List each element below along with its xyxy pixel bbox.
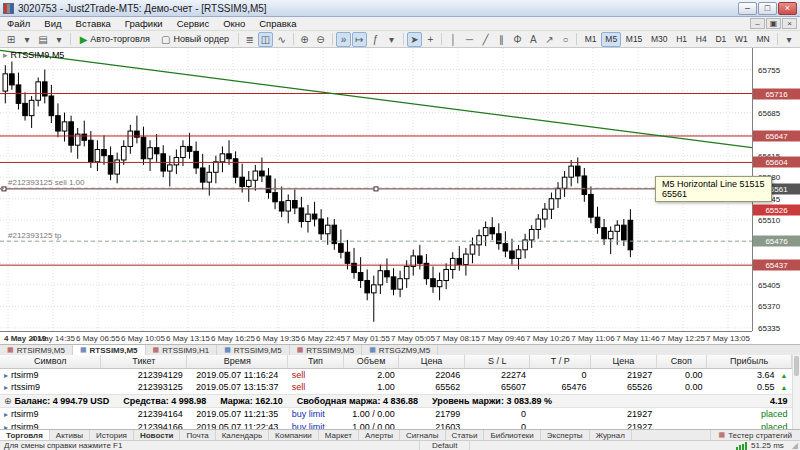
- autotrading-button[interactable]: ▶Авто-торговля: [74, 32, 154, 47]
- mdi-minimize-button[interactable]: –: [750, 18, 765, 29]
- line-chart-button[interactable]: ∿: [274, 32, 289, 47]
- timeframe-m5-button[interactable]: M5: [601, 32, 621, 47]
- bars-chart-button[interactable]: ≣: [242, 32, 257, 47]
- column-header[interactable]: T / P: [530, 355, 591, 368]
- mdi-restore-button[interactable]: ▣: [766, 18, 781, 29]
- chart-tab[interactable]: ▦RTSIRM9,M5: [0, 345, 73, 355]
- order-status: placed: [761, 409, 788, 419]
- new-chart-dropdown[interactable]: ▾: [20, 32, 35, 47]
- column-header[interactable]: Прибыль: [707, 355, 792, 368]
- column-header[interactable]: S / L: [464, 355, 530, 368]
- terminal-tab[interactable]: Активы: [50, 430, 90, 440]
- timeframe-m15-button[interactable]: M15: [622, 32, 646, 47]
- order-row[interactable]: ▸rtsirm92123941642019.05.07 11:21:35buy …: [0, 407, 792, 420]
- minimize-button[interactable]: –: [738, 2, 757, 15]
- position-row[interactable]: ▸rtssim92123931252019.05.07 13:15:37sell…: [0, 381, 792, 394]
- terminal-tab[interactable]: Компании: [269, 430, 319, 440]
- terminal-tab[interactable]: Алерты: [359, 430, 400, 440]
- terminal-tab[interactable]: Маркет: [319, 430, 359, 440]
- terminal-tab[interactable]: Торговля: [0, 430, 50, 440]
- candles-chart-button[interactable]: ◫: [258, 32, 273, 47]
- column-header[interactable]: Тикет: [101, 355, 187, 368]
- terminal-tab[interactable]: Сигналы: [400, 430, 445, 440]
- profiles-dropdown[interactable]: ▾: [52, 32, 67, 47]
- chart-tab[interactable]: ▦RTSSIM9,M5: [290, 345, 363, 355]
- chart-tab[interactable]: ▦RTSSIM9,M5: [73, 345, 146, 355]
- balance-row[interactable]: ⊕Баланс: 4 994.79 USDСредства: 4 998.98М…: [0, 394, 792, 407]
- position-row[interactable]: ▸rtsirm92123941292019.05.07 11:16:24sell…: [0, 368, 792, 381]
- terminal-tab[interactable]: Библиотеки: [484, 430, 540, 440]
- timeframe-m30-button[interactable]: M30: [647, 32, 671, 47]
- timeframe-m1-button[interactable]: M1: [581, 32, 601, 47]
- horizontal-line-button[interactable]: ─: [462, 32, 477, 47]
- terminal-tab[interactable]: Календарь: [216, 430, 269, 440]
- terminal-tab[interactable]: Журнал: [590, 430, 632, 440]
- time-tick: 4 May 14:35: [31, 334, 75, 343]
- column-header[interactable]: Тип: [288, 355, 344, 368]
- terminal-tab[interactable]: Почта: [180, 430, 215, 440]
- mdi-window-controls: –▣×: [750, 18, 800, 29]
- timeframe-mn-button[interactable]: MN: [753, 32, 774, 47]
- menu-item[interactable]: Окно: [216, 18, 252, 29]
- timeframe-d1-button[interactable]: D1: [712, 32, 731, 47]
- menu-item[interactable]: Вид: [37, 18, 68, 29]
- timeframe-w1-button[interactable]: W1: [731, 32, 751, 47]
- channel-button[interactable]: ∥: [494, 32, 509, 47]
- candlestick-plot[interactable]: #212393125 sell 1.00#212393125 tp: [0, 48, 752, 331]
- shapes-button[interactable]: ○: [558, 32, 573, 47]
- chart-tab[interactable]: ▦RTSSIM9,M5: [217, 345, 290, 355]
- zoom-in-button[interactable]: ⊕: [297, 32, 312, 47]
- vertical-line-button[interactable]: │: [446, 32, 461, 47]
- profiles-button[interactable]: ▤: [36, 32, 51, 47]
- column-header[interactable]: Объем: [343, 355, 399, 368]
- chart-shift-button[interactable]: ↦: [352, 32, 367, 47]
- timeframe-h1-button[interactable]: H1: [672, 32, 691, 47]
- terminal-tab[interactable]: Статьи: [446, 430, 485, 440]
- mdi-close-button[interactable]: ×: [782, 18, 797, 29]
- more-dropdown[interactable]: ▾: [781, 32, 796, 47]
- maximize-button[interactable]: □: [758, 2, 777, 15]
- time-cell: 2019.05.07 11:22:43: [187, 420, 288, 429]
- terminal-tab[interactable]: История: [90, 430, 134, 440]
- text-button[interactable]: A: [526, 32, 541, 47]
- trendline-button[interactable]: ╱: [478, 32, 493, 47]
- column-header[interactable]: Своп: [656, 355, 706, 368]
- timeframe-h4-button[interactable]: H4: [692, 32, 711, 47]
- line-chart-icon: ∿: [277, 34, 285, 45]
- fibonacci-button[interactable]: Φ: [510, 32, 525, 47]
- scrollbar-thumb[interactable]: [794, 356, 799, 376]
- chart-tab[interactable]: ▦RTSSIM9,H1: [146, 345, 218, 355]
- menu-item[interactable]: Файл: [0, 18, 37, 29]
- column-header[interactable]: Время: [187, 355, 288, 368]
- time-axis[interactable]: 4 May 20194 May 14:356 May 06:556 May 10…: [0, 331, 752, 344]
- strategy-tester-panel[interactable]: ▦Тестер стратегий: [710, 430, 800, 440]
- menu-item[interactable]: Справка: [252, 18, 303, 29]
- order-row[interactable]: ▸rtsirm92123941662019.05.07 11:22:43buy …: [0, 420, 792, 429]
- chart-area[interactable]: #212393125 sell 1.00#212393125 tp ▸ RTSS…: [0, 48, 800, 344]
- swap-cell: 0.00: [656, 368, 706, 381]
- indicators-button[interactable]: ƒ: [368, 32, 383, 47]
- zoom-out-button[interactable]: ⊖: [313, 32, 328, 47]
- terminal-tab[interactable]: Эксперты: [541, 430, 590, 440]
- status-profile[interactable]: Default: [420, 441, 470, 450]
- menu-item[interactable]: Сервис: [170, 18, 217, 29]
- column-header[interactable]: Цена: [399, 355, 465, 368]
- indicators-dropdown[interactable]: ▾: [384, 32, 399, 47]
- new-order-button[interactable]: ▢Новый ордер: [156, 32, 234, 47]
- terminal-tab[interactable]: Новости: [134, 430, 181, 440]
- toolbar-separator: [576, 33, 577, 45]
- crosshair-button[interactable]: +: [423, 32, 438, 47]
- column-header[interactable]: Символ: [0, 355, 101, 368]
- menu-item[interactable]: Вставка: [69, 18, 118, 29]
- chart-tab[interactable]: ▦RTSGZM9,M5: [362, 345, 438, 355]
- terminal-scrollbar[interactable]: [792, 355, 800, 429]
- cursor-button[interactable]: ➤: [407, 32, 422, 47]
- close-button[interactable]: ×: [778, 2, 797, 15]
- new-chart-button[interactable]: ⊞: [4, 32, 19, 47]
- auto-scroll-button[interactable]: »: [336, 32, 351, 47]
- menu-item[interactable]: Графики: [118, 18, 170, 29]
- sl-cell: 0: [464, 407, 530, 420]
- column-header[interactable]: Цена: [591, 355, 657, 368]
- one-click-trading-toggle[interactable]: ▸: [3, 50, 8, 60]
- arrow-button[interactable]: ↗: [542, 32, 557, 47]
